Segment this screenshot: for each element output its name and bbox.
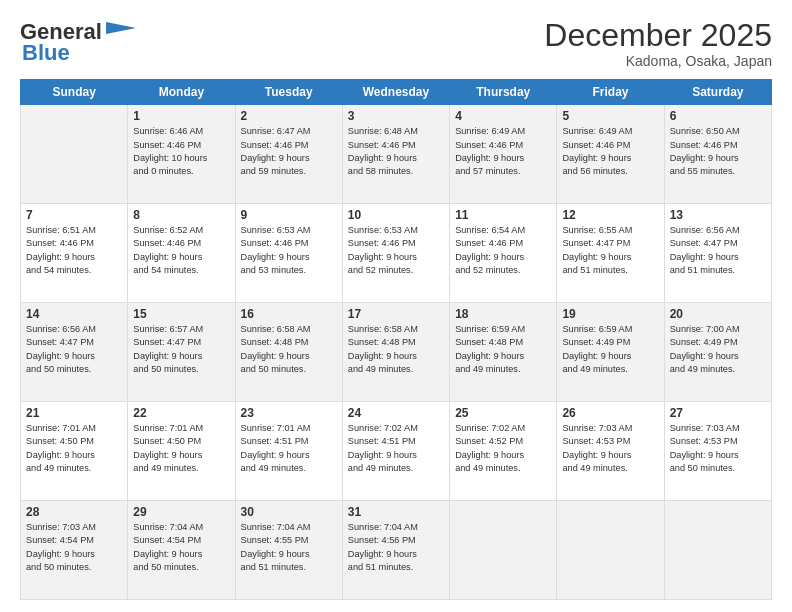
calendar-cell: 5Sunrise: 6:49 AM Sunset: 4:46 PM Daylig… [557, 105, 664, 204]
logo: General Blue [20, 18, 140, 66]
day-info: Sunrise: 7:04 AM Sunset: 4:56 PM Dayligh… [348, 521, 444, 574]
day-number: 29 [133, 505, 229, 519]
weekday-header-sunday: Sunday [21, 80, 128, 105]
calendar-row-4: 28Sunrise: 7:03 AM Sunset: 4:54 PM Dayli… [21, 501, 772, 600]
day-info: Sunrise: 7:04 AM Sunset: 4:55 PM Dayligh… [241, 521, 337, 574]
day-info: Sunrise: 6:53 AM Sunset: 4:46 PM Dayligh… [348, 224, 444, 277]
day-number: 30 [241, 505, 337, 519]
day-info: Sunrise: 7:04 AM Sunset: 4:54 PM Dayligh… [133, 521, 229, 574]
weekday-header-saturday: Saturday [664, 80, 771, 105]
day-info: Sunrise: 7:01 AM Sunset: 4:51 PM Dayligh… [241, 422, 337, 475]
day-number: 8 [133, 208, 229, 222]
day-number: 6 [670, 109, 766, 123]
day-info: Sunrise: 6:47 AM Sunset: 4:46 PM Dayligh… [241, 125, 337, 178]
title-block: December 2025 Kadoma, Osaka, Japan [544, 18, 772, 69]
calendar-cell [664, 501, 771, 600]
calendar-cell [557, 501, 664, 600]
day-number: 27 [670, 406, 766, 420]
weekday-header-row: SundayMondayTuesdayWednesdayThursdayFrid… [21, 80, 772, 105]
logo-blue: Blue [22, 40, 70, 66]
calendar-cell: 28Sunrise: 7:03 AM Sunset: 4:54 PM Dayli… [21, 501, 128, 600]
calendar-cell: 7Sunrise: 6:51 AM Sunset: 4:46 PM Daylig… [21, 204, 128, 303]
calendar-cell: 4Sunrise: 6:49 AM Sunset: 4:46 PM Daylig… [450, 105, 557, 204]
day-number: 19 [562, 307, 658, 321]
day-info: Sunrise: 6:49 AM Sunset: 4:46 PM Dayligh… [562, 125, 658, 178]
calendar-cell: 10Sunrise: 6:53 AM Sunset: 4:46 PM Dayli… [342, 204, 449, 303]
calendar-cell: 1Sunrise: 6:46 AM Sunset: 4:46 PM Daylig… [128, 105, 235, 204]
calendar-row-0: 1Sunrise: 6:46 AM Sunset: 4:46 PM Daylig… [21, 105, 772, 204]
day-info: Sunrise: 6:55 AM Sunset: 4:47 PM Dayligh… [562, 224, 658, 277]
calendar-row-1: 7Sunrise: 6:51 AM Sunset: 4:46 PM Daylig… [21, 204, 772, 303]
day-number: 1 [133, 109, 229, 123]
day-info: Sunrise: 7:02 AM Sunset: 4:51 PM Dayligh… [348, 422, 444, 475]
calendar-cell: 31Sunrise: 7:04 AM Sunset: 4:56 PM Dayli… [342, 501, 449, 600]
day-number: 31 [348, 505, 444, 519]
day-number: 24 [348, 406, 444, 420]
calendar-row-2: 14Sunrise: 6:56 AM Sunset: 4:47 PM Dayli… [21, 303, 772, 402]
day-info: Sunrise: 6:52 AM Sunset: 4:46 PM Dayligh… [133, 224, 229, 277]
calendar-cell: 12Sunrise: 6:55 AM Sunset: 4:47 PM Dayli… [557, 204, 664, 303]
month-title: December 2025 [544, 18, 772, 53]
day-info: Sunrise: 6:57 AM Sunset: 4:47 PM Dayligh… [133, 323, 229, 376]
calendar-cell: 19Sunrise: 6:59 AM Sunset: 4:49 PM Dayli… [557, 303, 664, 402]
day-info: Sunrise: 6:56 AM Sunset: 4:47 PM Dayligh… [26, 323, 122, 376]
calendar-cell: 9Sunrise: 6:53 AM Sunset: 4:46 PM Daylig… [235, 204, 342, 303]
weekday-header-wednesday: Wednesday [342, 80, 449, 105]
day-info: Sunrise: 6:48 AM Sunset: 4:46 PM Dayligh… [348, 125, 444, 178]
day-info: Sunrise: 6:53 AM Sunset: 4:46 PM Dayligh… [241, 224, 337, 277]
calendar-cell: 24Sunrise: 7:02 AM Sunset: 4:51 PM Dayli… [342, 402, 449, 501]
day-info: Sunrise: 7:00 AM Sunset: 4:49 PM Dayligh… [670, 323, 766, 376]
day-number: 7 [26, 208, 122, 222]
calendar-cell: 25Sunrise: 7:02 AM Sunset: 4:52 PM Dayli… [450, 402, 557, 501]
day-number: 25 [455, 406, 551, 420]
day-number: 17 [348, 307, 444, 321]
day-info: Sunrise: 6:58 AM Sunset: 4:48 PM Dayligh… [241, 323, 337, 376]
day-number: 14 [26, 307, 122, 321]
calendar-cell: 21Sunrise: 7:01 AM Sunset: 4:50 PM Dayli… [21, 402, 128, 501]
calendar-row-3: 21Sunrise: 7:01 AM Sunset: 4:50 PM Dayli… [21, 402, 772, 501]
calendar-cell: 30Sunrise: 7:04 AM Sunset: 4:55 PM Dayli… [235, 501, 342, 600]
day-info: Sunrise: 6:56 AM Sunset: 4:47 PM Dayligh… [670, 224, 766, 277]
calendar-cell: 15Sunrise: 6:57 AM Sunset: 4:47 PM Dayli… [128, 303, 235, 402]
day-info: Sunrise: 6:59 AM Sunset: 4:48 PM Dayligh… [455, 323, 551, 376]
page-header: General Blue December 2025 Kadoma, Osaka… [20, 18, 772, 69]
day-number: 28 [26, 505, 122, 519]
calendar-cell: 29Sunrise: 7:04 AM Sunset: 4:54 PM Dayli… [128, 501, 235, 600]
calendar-cell: 18Sunrise: 6:59 AM Sunset: 4:48 PM Dayli… [450, 303, 557, 402]
day-number: 2 [241, 109, 337, 123]
day-info: Sunrise: 7:01 AM Sunset: 4:50 PM Dayligh… [26, 422, 122, 475]
day-number: 26 [562, 406, 658, 420]
weekday-header-thursday: Thursday [450, 80, 557, 105]
weekday-header-tuesday: Tuesday [235, 80, 342, 105]
day-number: 23 [241, 406, 337, 420]
day-info: Sunrise: 6:59 AM Sunset: 4:49 PM Dayligh… [562, 323, 658, 376]
calendar-cell [450, 501, 557, 600]
calendar-cell: 8Sunrise: 6:52 AM Sunset: 4:46 PM Daylig… [128, 204, 235, 303]
location: Kadoma, Osaka, Japan [544, 53, 772, 69]
svg-marker-0 [106, 22, 136, 34]
calendar-cell: 11Sunrise: 6:54 AM Sunset: 4:46 PM Dayli… [450, 204, 557, 303]
calendar-cell: 20Sunrise: 7:00 AM Sunset: 4:49 PM Dayli… [664, 303, 771, 402]
day-number: 13 [670, 208, 766, 222]
calendar-cell: 23Sunrise: 7:01 AM Sunset: 4:51 PM Dayli… [235, 402, 342, 501]
calendar-cell: 22Sunrise: 7:01 AM Sunset: 4:50 PM Dayli… [128, 402, 235, 501]
day-info: Sunrise: 6:49 AM Sunset: 4:46 PM Dayligh… [455, 125, 551, 178]
calendar-cell: 6Sunrise: 6:50 AM Sunset: 4:46 PM Daylig… [664, 105, 771, 204]
day-number: 11 [455, 208, 551, 222]
day-number: 12 [562, 208, 658, 222]
day-info: Sunrise: 7:01 AM Sunset: 4:50 PM Dayligh… [133, 422, 229, 475]
day-info: Sunrise: 7:02 AM Sunset: 4:52 PM Dayligh… [455, 422, 551, 475]
weekday-header-monday: Monday [128, 80, 235, 105]
weekday-header-friday: Friday [557, 80, 664, 105]
calendar-cell: 14Sunrise: 6:56 AM Sunset: 4:47 PM Dayli… [21, 303, 128, 402]
day-info: Sunrise: 6:54 AM Sunset: 4:46 PM Dayligh… [455, 224, 551, 277]
logo-flag-icon [102, 18, 140, 46]
day-info: Sunrise: 6:51 AM Sunset: 4:46 PM Dayligh… [26, 224, 122, 277]
calendar-cell: 13Sunrise: 6:56 AM Sunset: 4:47 PM Dayli… [664, 204, 771, 303]
calendar-cell: 2Sunrise: 6:47 AM Sunset: 4:46 PM Daylig… [235, 105, 342, 204]
calendar-table: SundayMondayTuesdayWednesdayThursdayFrid… [20, 79, 772, 600]
day-number: 22 [133, 406, 229, 420]
calendar-cell [21, 105, 128, 204]
day-info: Sunrise: 6:46 AM Sunset: 4:46 PM Dayligh… [133, 125, 229, 178]
day-info: Sunrise: 7:03 AM Sunset: 4:54 PM Dayligh… [26, 521, 122, 574]
